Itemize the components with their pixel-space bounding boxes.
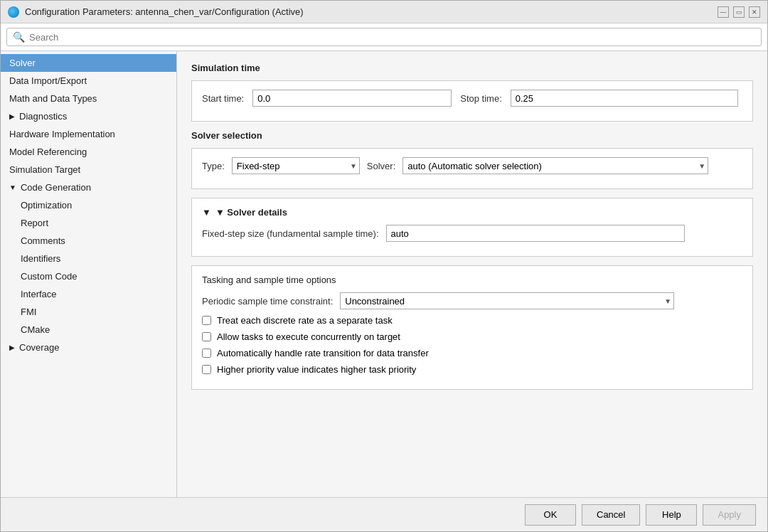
checkbox-rate-transition-label: Automatically handle rate transition for…	[217, 348, 429, 358]
sidebar-item-data-import-export[interactable]: Data Import/Export	[1, 72, 176, 90]
checkbox-concurrent[interactable]	[202, 332, 211, 341]
cancel-button[interactable]: Cancel	[582, 504, 640, 526]
solver-type-row: Type: Fixed-step Variable-step ▼ Solver:…	[202, 157, 742, 174]
solver-select[interactable]: auto (Automatic solver selection) ode1 o…	[402, 157, 708, 174]
sidebar-item-math-data-types[interactable]: Math and Data Types	[1, 90, 176, 107]
sidebar-item-code-generation[interactable]: ▼ Code Generation	[1, 179, 176, 196]
simulation-time-title: Simulation time	[191, 63, 753, 73]
sidebar-item-model-referencing[interactable]: Model Referencing	[1, 143, 176, 161]
sidebar-item-label: Report	[21, 218, 48, 228]
apply-button[interactable]: Apply	[703, 504, 756, 526]
maximize-button[interactable]: ▭	[733, 6, 745, 18]
solver-selection-title: Solver selection	[191, 130, 753, 141]
sidebar-item-label: Code Generation	[21, 182, 91, 193]
checkbox-discrete-rate[interactable]	[202, 316, 211, 325]
periodic-select-wrapper: Unconstrained Specified Ensure sample ti…	[340, 292, 674, 309]
sidebar-item-label: FMI	[21, 307, 36, 317]
type-label: Type:	[202, 161, 225, 171]
sidebar-item-identifiers[interactable]: Identifiers	[1, 250, 176, 267]
app-icon	[8, 6, 19, 18]
titlebar-left: Configuration Parameters: antenna_chen_v…	[8, 6, 304, 18]
checkbox-rate-transition[interactable]	[202, 349, 211, 358]
sidebar-item-label: Math and Data Types	[9, 93, 97, 104]
fixed-step-input[interactable]	[386, 225, 685, 242]
sidebar-item-hardware-implementation[interactable]: Hardware Implementation	[1, 125, 176, 143]
sidebar-item-label: Hardware Implementation	[9, 129, 115, 139]
simulation-time-panel: Start time: Stop time:	[191, 80, 753, 122]
tasking-panel: Tasking and sample time options Periodic…	[191, 265, 753, 390]
periodic-row: Periodic sample time constraint: Unconst…	[202, 292, 742, 309]
solver-details-toggle[interactable]: ▼	[202, 207, 211, 218]
main-area: Solver Data Import/Export Math and Data …	[1, 51, 767, 497]
solver-selection-panel: Type: Fixed-step Variable-step ▼ Solver:…	[191, 148, 753, 189]
search-input[interactable]	[29, 32, 755, 43]
help-button[interactable]: Help	[646, 504, 697, 526]
titlebar-controls: — ▭ ✕	[718, 6, 760, 18]
bottom-bar: OK Cancel Help Apply	[1, 497, 767, 531]
sidebar-item-label: Custom Code	[21, 271, 77, 282]
window-title: Configuration Parameters: antenna_chen_v…	[25, 6, 304, 17]
minimize-button[interactable]: —	[718, 6, 729, 18]
sidebar-item-label: Solver	[9, 58, 36, 68]
sidebar-item-label: Diagnostics	[19, 111, 67, 122]
sidebar-item-label: Data Import/Export	[9, 75, 87, 86]
sidebar-item-fmi[interactable]: FMI	[1, 303, 176, 321]
titlebar: Configuration Parameters: antenna_chen_v…	[1, 1, 767, 23]
sidebar-item-comments[interactable]: Comments	[1, 232, 176, 250]
time-row: Start time: Stop time:	[202, 90, 742, 107]
sidebar-item-solver[interactable]: Solver	[1, 54, 176, 72]
sidebar-item-optimization[interactable]: Optimization	[1, 196, 176, 214]
sidebar-item-label: Comments	[21, 235, 65, 246]
sidebar-item-label: Identifiers	[21, 253, 60, 264]
sidebar-item-diagnostics[interactable]: ▶ Diagnostics	[1, 107, 176, 125]
solver-details-title: ▼ ▼ Solver details	[202, 207, 742, 218]
sidebar-item-simulation-target[interactable]: Simulation Target	[1, 161, 176, 179]
sidebar-item-label: CMake	[21, 324, 50, 335]
checkbox-higher-priority-label: Higher priority value indicates higher t…	[217, 364, 416, 375]
stop-time-label: Stop time:	[460, 93, 502, 104]
type-select[interactable]: Fixed-step Variable-step	[232, 157, 360, 174]
sidebar-item-cmake[interactable]: CMake	[1, 321, 176, 339]
sidebar-item-custom-code[interactable]: Custom Code	[1, 267, 176, 285]
sidebar-item-label: Coverage	[19, 342, 59, 353]
sidebar-item-label: Interface	[21, 289, 57, 299]
sidebar-item-label: Model Referencing	[9, 147, 87, 157]
search-inner: 🔍	[6, 28, 762, 46]
solver-label: Solver:	[367, 161, 395, 171]
search-icon: 🔍	[13, 31, 25, 43]
solver-details-panel: ▼ ▼ Solver details Fixed-step size (fund…	[191, 198, 753, 257]
search-bar: 🔍	[1, 23, 767, 51]
checkbox-row-higher-priority: Higher priority value indicates higher t…	[202, 364, 742, 375]
expand-icon-coverage: ▶	[9, 344, 15, 351]
expand-icon-diagnostics: ▶	[9, 112, 15, 120]
checkbox-higher-priority[interactable]	[202, 365, 211, 374]
sidebar: Solver Data Import/Export Math and Data …	[1, 51, 177, 497]
main-window: Configuration Parameters: antenna_chen_v…	[0, 0, 768, 532]
close-button[interactable]: ✕	[749, 6, 760, 18]
periodic-select[interactable]: Unconstrained Specified Ensure sample ti…	[340, 292, 674, 309]
ok-button[interactable]: OK	[525, 504, 576, 526]
sidebar-item-label: Optimization	[21, 200, 72, 211]
checkbox-discrete-rate-label: Treat each discrete rate as a separate t…	[217, 315, 393, 326]
expand-icon-code-generation: ▼	[9, 183, 16, 191]
checkbox-row-discrete-rate: Treat each discrete rate as a separate t…	[202, 315, 742, 326]
solver-select-wrapper: auto (Automatic solver selection) ode1 o…	[402, 157, 708, 174]
start-time-input[interactable]	[252, 90, 452, 107]
start-time-label: Start time:	[202, 93, 244, 104]
periodic-label: Periodic sample time constraint:	[202, 296, 333, 307]
stop-time-input[interactable]	[511, 90, 738, 107]
tasking-title: Tasking and sample time options	[202, 275, 742, 285]
type-select-wrapper: Fixed-step Variable-step ▼	[232, 157, 360, 174]
fixed-step-label: Fixed-step size (fundamental sample time…	[202, 228, 379, 239]
content-area: Simulation time Start time: Stop time: S…	[177, 51, 767, 497]
sidebar-item-coverage[interactable]: ▶ Coverage	[1, 339, 176, 356]
fixed-step-row: Fixed-step size (fundamental sample time…	[202, 225, 742, 242]
checkbox-row-concurrent: Allow tasks to execute concurrently on t…	[202, 331, 742, 342]
checkbox-concurrent-label: Allow tasks to execute concurrently on t…	[217, 331, 400, 342]
sidebar-item-label: Simulation Target	[9, 164, 80, 175]
sidebar-item-interface[interactable]: Interface	[1, 285, 176, 303]
sidebar-item-report[interactable]: Report	[1, 214, 176, 232]
checkbox-row-rate-transition: Automatically handle rate transition for…	[202, 348, 742, 358]
